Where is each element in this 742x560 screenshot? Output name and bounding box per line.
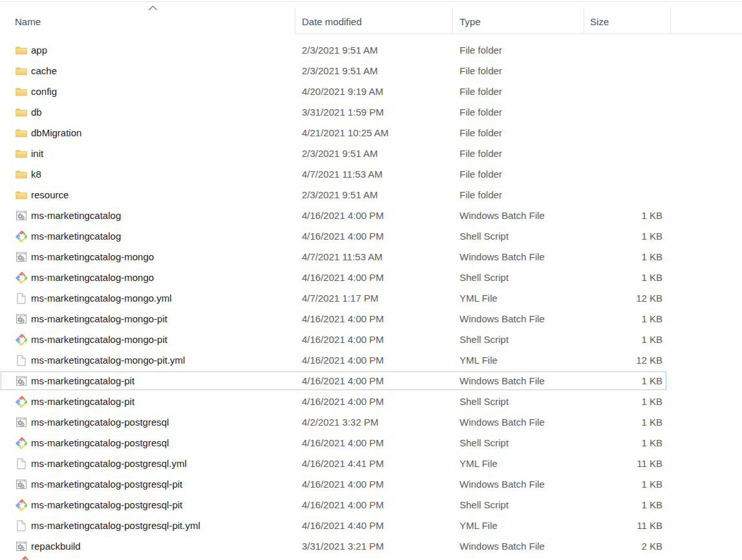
file-row[interactable]: ms-marketingcatalog-pit 4/16/2021 4:00 P… [0, 391, 742, 412]
file-name: ms-marketingcatalog-pit [31, 395, 134, 408]
file-row[interactable]: ms-marketingcatalog-postgresql-pit.yml 4… [0, 515, 742, 536]
file-type: File folder [460, 127, 502, 140]
file-row[interactable]: k8 4/7/2021 11:53 AM File folder [0, 164, 742, 185]
batch-file-icon [16, 417, 27, 428]
shell-script-icon [16, 272, 27, 284]
shell-script-icon[interactable] [19, 556, 30, 560]
header-underline [295, 34, 742, 34]
file-size: 1 KB [584, 313, 662, 326]
file-name: ms-marketingcatalog-mongo-pit [31, 313, 167, 326]
shell-script-icon [16, 334, 27, 346]
file-row[interactable]: cache 2/3/2021 9:51 AM File folder [0, 61, 742, 81]
file-size: 1 KB [584, 437, 662, 450]
file-name: ms-marketingcatalog-pit [31, 375, 134, 388]
file-type: Shell Script [460, 230, 509, 243]
file-size: 1 KB [584, 499, 662, 512]
file-size: 1 KB [584, 271, 662, 284]
folder-icon [16, 107, 27, 118]
file-date-modified: 3/31/2021 3:21 PM [302, 540, 384, 553]
file-date-modified: 4/16/2021 4:00 PM [302, 499, 384, 512]
file-size: 2 KB [584, 540, 662, 553]
file-type: File folder [460, 147, 502, 160]
folder-icon [16, 86, 27, 98]
file-date-modified: 4/16/2021 4:00 PM [302, 395, 384, 408]
column-separator[interactable] [452, 8, 453, 34]
column-separator[interactable] [295, 8, 295, 34]
folder-icon [16, 127, 27, 139]
file-size: 11 KB [584, 519, 662, 532]
file-row[interactable]: db 3/31/2021 1:59 PM File folder [0, 102, 742, 123]
file-row[interactable]: ms-marketingcatalog-postgresql 4/16/2021… [0, 433, 742, 453]
file-row[interactable]: ms-marketingcatalog 4/16/2021 4:00 PM Sh… [0, 226, 742, 247]
file-date-modified: 4/7/2021 11:53 AM [302, 168, 383, 181]
file-type: Shell Script [460, 437, 509, 450]
file-type: Windows Batch File [460, 251, 545, 264]
file-size: 1 KB [584, 333, 662, 346]
file-row[interactable]: resource 2/3/2021 9:51 AM File folder [0, 185, 742, 205]
batch-file-icon [16, 375, 27, 387]
file-row[interactable]: config 4/20/2021 9:19 AM File folder [0, 81, 742, 102]
file-date-modified: 4/2/2021 3:32 PM [302, 416, 378, 429]
file-size: 12 KB [584, 354, 662, 367]
file-name: ms-marketingcatalog-postgresql [31, 416, 169, 429]
file-row[interactable]: ms-marketingcatalog-pit 4/16/2021 4:00 P… [0, 371, 742, 391]
file-date-modified: 4/16/2021 4:41 PM [302, 457, 384, 470]
file-row[interactable]: ms-marketingcatalog-mongo 4/16/2021 4:00… [0, 267, 742, 288]
file-size: 11 KB [584, 457, 662, 470]
folder-icon [16, 45, 27, 56]
file-row[interactable]: ms-marketingcatalog-mongo-pit 4/16/2021 … [0, 329, 742, 350]
file-type: File folder [460, 44, 502, 57]
file-size: 1 KB [584, 395, 662, 408]
file-size: 1 KB [584, 209, 662, 222]
file-row[interactable]: ms-marketingcatalog-postgresql.yml 4/16/… [0, 453, 742, 474]
file-row[interactable]: repackbuild 3/31/2021 3:21 PM Windows Ba… [0, 536, 742, 557]
file-type: File folder [460, 106, 502, 119]
file-date-modified: 4/21/2021 10:25 AM [302, 127, 388, 140]
column-header-name[interactable]: Name [15, 16, 286, 28]
file-type: Windows Batch File [460, 313, 545, 326]
file-row[interactable]: ms-marketingcatalog-postgresql-pit 4/16/… [0, 474, 742, 495]
file-date-modified: 4/16/2021 4:40 PM [302, 519, 384, 532]
file-row[interactable]: dbMigration 4/21/2021 10:25 AM File fold… [0, 123, 742, 143]
file-name: dbMigration [31, 127, 81, 140]
file-size: 1 KB [584, 251, 662, 264]
file-row[interactable]: ms-marketingcatalog-postgresql-pit 4/16/… [0, 495, 742, 515]
column-separator[interactable] [670, 8, 671, 34]
file-row[interactable]: app 2/3/2021 9:51 AM File folder [0, 40, 742, 61]
file-size: 1 KB [584, 416, 662, 429]
file-name: ms-marketingcatalog-postgresql [31, 437, 169, 450]
shell-script-icon [16, 437, 27, 449]
file-row[interactable]: ms-marketingcatalog-postgresql 4/2/2021 … [0, 412, 742, 433]
file-name: ms-marketingcatalog-postgresql-pit [31, 478, 182, 491]
column-separator[interactable] [584, 8, 584, 34]
column-header-date-modified[interactable]: Date modified [302, 16, 444, 28]
file-date-modified: 4/16/2021 4:00 PM [302, 209, 384, 222]
file-name: config [31, 85, 57, 98]
file-name: ms-marketingcatalog-mongo [31, 251, 154, 264]
file-row[interactable]: ms-marketingcatalog-mongo-pit.yml 4/16/2… [0, 350, 742, 371]
file-date-modified: 2/3/2021 9:51 AM [302, 65, 378, 78]
file-size: 1 KB [584, 375, 662, 388]
file-date-modified: 2/3/2021 9:51 AM [302, 189, 378, 202]
file-row[interactable]: init 2/3/2021 9:51 AM File folder [0, 143, 742, 164]
file-name: repackbuild [31, 540, 81, 553]
file-row[interactable]: ms-marketingcatalog 4/16/2021 4:00 PM Wi… [0, 205, 742, 226]
file-type: Shell Script [460, 499, 509, 512]
file-size: 1 KB [584, 478, 662, 491]
file-name: ms-marketingcatalog-mongo-pit.yml [31, 354, 185, 367]
file-name: ms-marketingcatalog-postgresql-pit [31, 499, 182, 512]
file-type: Windows Batch File [460, 416, 545, 429]
shell-script-icon [16, 396, 27, 408]
file-row[interactable]: ms-marketingcatalog-mongo 4/7/2021 11:53… [0, 247, 742, 267]
file-name: ms-marketingcatalog-postgresql.yml [31, 457, 187, 470]
file-row[interactable]: ms-marketingcatalog-mongo.yml 4/7/2021 1… [0, 288, 742, 309]
yml-file-icon [16, 293, 27, 304]
file-name: ms-marketingcatalog-mongo-pit [31, 333, 167, 346]
file-row[interactable]: ms-marketingcatalog-mongo-pit 4/16/2021 … [0, 309, 742, 329]
column-header-type[interactable]: Type [460, 16, 576, 28]
column-header-size[interactable]: Size [590, 16, 661, 28]
file-type: Shell Script [460, 395, 509, 408]
file-date-modified: 4/20/2021 9:19 AM [302, 85, 383, 98]
yml-file-icon [16, 520, 27, 532]
file-type: Shell Script [460, 271, 509, 284]
